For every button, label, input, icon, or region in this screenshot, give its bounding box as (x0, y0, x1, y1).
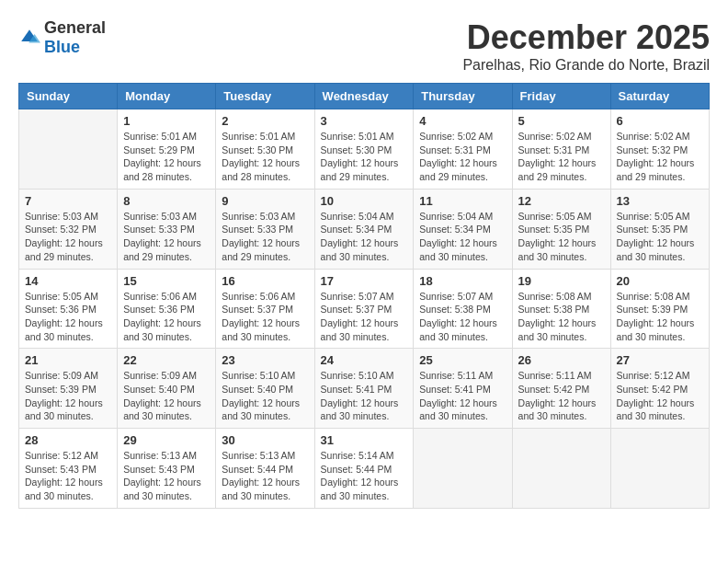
day-info: Sunrise: 5:02 AM Sunset: 5:31 PM Dayligh… (518, 130, 605, 184)
day-info: Sunrise: 5:04 AM Sunset: 5:34 PM Dayligh… (321, 210, 408, 264)
calendar-cell: 13Sunrise: 5:05 AM Sunset: 5:35 PM Dayli… (610, 189, 709, 269)
day-number: 16 (222, 274, 308, 288)
page-header: General Blue December 2025 Parelhas, Rio… (18, 18, 710, 74)
day-info: Sunrise: 5:13 AM Sunset: 5:44 PM Dayligh… (222, 449, 308, 503)
calendar-cell: 11Sunrise: 5:04 AM Sunset: 5:34 PM Dayli… (414, 189, 512, 269)
weekday-header-wednesday: Wednesday (314, 84, 414, 109)
day-info: Sunrise: 5:05 AM Sunset: 5:35 PM Dayligh… (518, 210, 605, 264)
calendar-cell: 15Sunrise: 5:06 AM Sunset: 5:36 PM Dayli… (118, 269, 216, 349)
logo-blue: Blue (44, 38, 80, 56)
calendar-cell: 20Sunrise: 5:08 AM Sunset: 5:39 PM Dayli… (610, 269, 709, 349)
logo-general: General (44, 18, 106, 37)
calendar-cell: 10Sunrise: 5:04 AM Sunset: 5:34 PM Dayli… (314, 189, 414, 269)
day-info: Sunrise: 5:09 AM Sunset: 5:39 PM Dayligh… (25, 369, 111, 423)
day-info: Sunrise: 5:09 AM Sunset: 5:40 PM Dayligh… (123, 369, 210, 423)
title-section: December 2025 Parelhas, Rio Grande do No… (462, 18, 710, 74)
logo: General Blue (18, 18, 106, 57)
calendar-table: SundayMondayTuesdayWednesdayThursdayFrid… (18, 83, 710, 509)
day-info: Sunrise: 5:03 AM Sunset: 5:32 PM Dayligh… (25, 210, 111, 264)
day-info: Sunrise: 5:10 AM Sunset: 5:41 PM Dayligh… (321, 369, 408, 423)
day-number: 15 (123, 274, 210, 288)
day-number: 3 (321, 114, 408, 128)
day-number: 14 (25, 274, 111, 288)
calendar-cell: 27Sunrise: 5:12 AM Sunset: 5:42 PM Dayli… (610, 349, 709, 429)
day-info: Sunrise: 5:01 AM Sunset: 5:29 PM Dayligh… (123, 130, 210, 184)
day-number: 24 (321, 353, 408, 367)
calendar-cell: 14Sunrise: 5:05 AM Sunset: 5:36 PM Dayli… (19, 269, 118, 349)
day-number: 30 (222, 433, 308, 447)
day-info: Sunrise: 5:03 AM Sunset: 5:33 PM Dayligh… (123, 210, 210, 264)
day-number: 5 (518, 114, 605, 128)
calendar-cell: 12Sunrise: 5:05 AM Sunset: 5:35 PM Dayli… (512, 189, 610, 269)
day-info: Sunrise: 5:02 AM Sunset: 5:32 PM Dayligh… (617, 130, 703, 184)
day-info: Sunrise: 5:10 AM Sunset: 5:40 PM Dayligh… (222, 369, 308, 423)
calendar-cell: 31Sunrise: 5:14 AM Sunset: 5:44 PM Dayli… (314, 429, 414, 509)
calendar-cell: 26Sunrise: 5:11 AM Sunset: 5:42 PM Dayli… (512, 349, 610, 429)
calendar-week-4: 21Sunrise: 5:09 AM Sunset: 5:39 PM Dayli… (19, 349, 710, 429)
calendar-cell: 19Sunrise: 5:08 AM Sunset: 5:38 PM Dayli… (512, 269, 610, 349)
day-number: 18 (419, 274, 506, 288)
day-number: 8 (123, 194, 210, 208)
calendar-cell: 29Sunrise: 5:13 AM Sunset: 5:43 PM Dayli… (118, 429, 216, 509)
calendar-cell: 8Sunrise: 5:03 AM Sunset: 5:33 PM Daylig… (118, 189, 216, 269)
calendar-cell: 6Sunrise: 5:02 AM Sunset: 5:32 PM Daylig… (610, 109, 709, 190)
day-info: Sunrise: 5:14 AM Sunset: 5:44 PM Dayligh… (321, 449, 408, 503)
day-number: 20 (617, 274, 703, 288)
calendar-cell: 18Sunrise: 5:07 AM Sunset: 5:38 PM Dayli… (414, 269, 512, 349)
logo-icon (18, 27, 40, 49)
calendar-week-1: 1Sunrise: 5:01 AM Sunset: 5:29 PM Daylig… (19, 109, 710, 190)
calendar-cell: 25Sunrise: 5:11 AM Sunset: 5:41 PM Dayli… (414, 349, 512, 429)
day-number: 1 (123, 114, 210, 128)
day-info: Sunrise: 5:03 AM Sunset: 5:33 PM Dayligh… (222, 210, 308, 264)
calendar-cell: 23Sunrise: 5:10 AM Sunset: 5:40 PM Dayli… (216, 349, 314, 429)
location-title: Parelhas, Rio Grande do Norte, Brazil (462, 57, 710, 74)
weekday-header-thursday: Thursday (414, 84, 512, 109)
day-info: Sunrise: 5:12 AM Sunset: 5:42 PM Dayligh… (617, 369, 703, 423)
calendar-cell: 9Sunrise: 5:03 AM Sunset: 5:33 PM Daylig… (216, 189, 314, 269)
day-number: 12 (518, 194, 605, 208)
calendar-cell (414, 429, 512, 509)
calendar-cell: 28Sunrise: 5:12 AM Sunset: 5:43 PM Dayli… (19, 429, 118, 509)
calendar-cell: 24Sunrise: 5:10 AM Sunset: 5:41 PM Dayli… (314, 349, 414, 429)
day-info: Sunrise: 5:05 AM Sunset: 5:35 PM Dayligh… (617, 210, 703, 264)
day-info: Sunrise: 5:05 AM Sunset: 5:36 PM Dayligh… (25, 290, 111, 344)
day-number: 6 (617, 114, 703, 128)
day-info: Sunrise: 5:12 AM Sunset: 5:43 PM Dayligh… (25, 449, 111, 503)
calendar-cell: 16Sunrise: 5:06 AM Sunset: 5:37 PM Dayli… (216, 269, 314, 349)
weekday-header-row: SundayMondayTuesdayWednesdayThursdayFrid… (19, 84, 710, 109)
day-info: Sunrise: 5:11 AM Sunset: 5:42 PM Dayligh… (518, 369, 605, 423)
calendar-body: 1Sunrise: 5:01 AM Sunset: 5:29 PM Daylig… (19, 109, 710, 509)
calendar-cell: 1Sunrise: 5:01 AM Sunset: 5:29 PM Daylig… (118, 109, 216, 190)
day-number: 21 (25, 353, 111, 367)
calendar-cell (512, 429, 610, 509)
calendar-week-2: 7Sunrise: 5:03 AM Sunset: 5:32 PM Daylig… (19, 189, 710, 269)
weekday-header-sunday: Sunday (19, 84, 118, 109)
calendar-cell: 4Sunrise: 5:02 AM Sunset: 5:31 PM Daylig… (414, 109, 512, 190)
calendar-cell: 7Sunrise: 5:03 AM Sunset: 5:32 PM Daylig… (19, 189, 118, 269)
day-number: 9 (222, 194, 308, 208)
day-number: 23 (222, 353, 308, 367)
day-info: Sunrise: 5:08 AM Sunset: 5:38 PM Dayligh… (518, 290, 605, 344)
month-title: December 2025 (462, 18, 710, 57)
day-number: 22 (123, 353, 210, 367)
day-number: 7 (25, 194, 111, 208)
day-info: Sunrise: 5:11 AM Sunset: 5:41 PM Dayligh… (419, 369, 506, 423)
calendar-week-5: 28Sunrise: 5:12 AM Sunset: 5:43 PM Dayli… (19, 429, 710, 509)
day-number: 19 (518, 274, 605, 288)
day-number: 26 (518, 353, 605, 367)
day-info: Sunrise: 5:04 AM Sunset: 5:34 PM Dayligh… (419, 210, 506, 264)
day-number: 2 (222, 114, 308, 128)
day-info: Sunrise: 5:08 AM Sunset: 5:39 PM Dayligh… (617, 290, 703, 344)
day-info: Sunrise: 5:06 AM Sunset: 5:36 PM Dayligh… (123, 290, 210, 344)
day-number: 25 (419, 353, 506, 367)
calendar-cell: 2Sunrise: 5:01 AM Sunset: 5:30 PM Daylig… (216, 109, 314, 190)
day-number: 31 (321, 433, 408, 447)
calendar-cell: 22Sunrise: 5:09 AM Sunset: 5:40 PM Dayli… (118, 349, 216, 429)
day-number: 13 (617, 194, 703, 208)
calendar-week-3: 14Sunrise: 5:05 AM Sunset: 5:36 PM Dayli… (19, 269, 710, 349)
calendar-cell: 17Sunrise: 5:07 AM Sunset: 5:37 PM Dayli… (314, 269, 414, 349)
day-number: 11 (419, 194, 506, 208)
day-number: 10 (321, 194, 408, 208)
day-number: 27 (617, 353, 703, 367)
day-number: 28 (25, 433, 111, 447)
